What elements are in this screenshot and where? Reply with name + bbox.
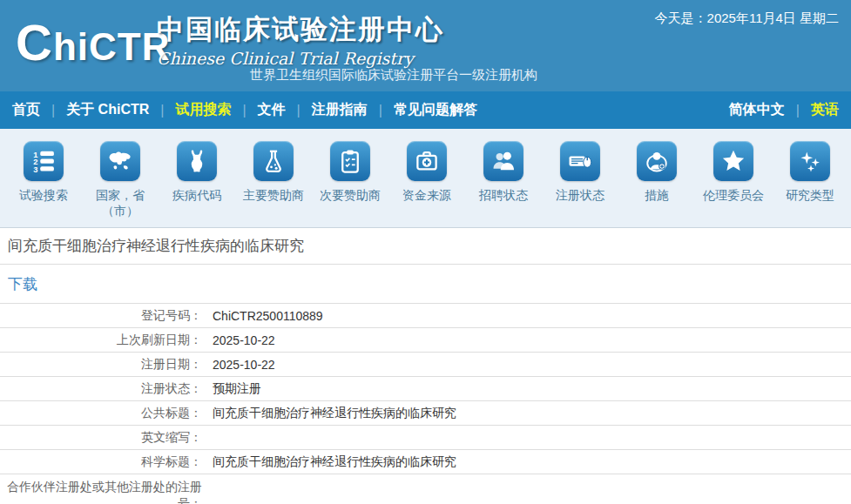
- doctor-icon: [644, 148, 670, 174]
- table-row-registration-date: 注册日期： 2025-10-22: [0, 353, 851, 377]
- people-icon: [490, 148, 517, 174]
- row-value: 间充质干细胞治疗神经退行性疾病的临床研究: [202, 454, 851, 470]
- download-link[interactable]: 下载: [8, 274, 37, 294]
- row-label: 注册日期：: [0, 356, 202, 373]
- tool-label: 试验搜索: [19, 187, 68, 203]
- tool-label: 措施: [645, 187, 669, 203]
- row-label: 合作伙伴注册处或其他注册处的注册号：: [0, 479, 202, 504]
- table-row-partner-registry-number: 合作伙伴注册处或其他注册处的注册号：: [0, 474, 851, 504]
- tool-recruiting-status[interactable]: 招聘状态: [465, 141, 542, 227]
- clipboard-icon: [337, 148, 363, 174]
- row-label: 上次刷新日期：: [0, 332, 202, 348]
- nav-item-trial-search[interactable]: 试用搜索: [175, 101, 231, 119]
- site-header: ChiCTR 中国临床试验注册中心 Chinese Clinical Trial…: [0, 0, 851, 91]
- tool-funding-source[interactable]: 资金来源: [388, 141, 465, 227]
- nav-separator: |: [297, 103, 301, 118]
- svg-text:3: 3: [33, 165, 37, 174]
- nav-item-home[interactable]: 首页: [12, 101, 40, 119]
- tool-label: 伦理委员会: [703, 187, 764, 203]
- row-label: 公共标题：: [0, 405, 202, 421]
- nav-separator: |: [796, 103, 800, 118]
- chictr-logo[interactable]: ChiCTR: [16, 17, 170, 68]
- dna-icon: [184, 148, 210, 174]
- table-row-public-title: 公共标题： 间充质干细胞治疗神经退行性疾病的临床研究: [0, 401, 851, 426]
- tool-disease-code[interactable]: 疾病代码: [159, 141, 235, 227]
- row-label: 英文缩写：: [0, 429, 202, 446]
- world-map-icon: [107, 148, 133, 174]
- tool-country-province[interactable]: 国家，省 （市）: [82, 141, 159, 227]
- tool-label: 招聘状态: [479, 187, 528, 203]
- tool-label: 主要赞助商: [243, 187, 304, 203]
- site-title-en: Chinese Clinical Trial Registry: [157, 49, 444, 68]
- main-nav: 首页 | 关于 ChiCTR | 试用搜索 | 文件 | 注册指南 | 常见问题…: [0, 91, 851, 129]
- row-label: 科学标题：: [0, 454, 202, 470]
- row-value: 2025-10-22: [202, 358, 851, 372]
- row-value: 间充质干细胞治疗神经退行性疾病的临床研究: [202, 406, 851, 421]
- site-title-block: 中国临床试验注册中心 Chinese Clinical Trial Regist…: [157, 11, 444, 68]
- table-row-last-refreshed: 上次刷新日期： 2025-10-22: [0, 328, 851, 353]
- tool-label: 国家，省 （市）: [96, 187, 145, 218]
- flask-icon: [260, 148, 287, 174]
- tool-label: 研究类型: [786, 187, 834, 203]
- sparkles-icon: [797, 148, 823, 174]
- lang-english[interactable]: 英语: [811, 101, 839, 119]
- tool-label: 注册状态: [556, 187, 604, 203]
- tool-trial-search[interactable]: 1 2 3 试验搜索: [5, 141, 82, 227]
- trial-title: 间充质干细胞治疗神经退行性疾病的临床研究: [0, 228, 851, 265]
- trial-detail: 间充质干细胞治疗神经退行性疾病的临床研究 下载 登记号码： ChiCTR2500…: [0, 228, 851, 504]
- tool-label: 次要赞助商: [320, 187, 381, 203]
- nav-item-documents[interactable]: 文件: [258, 101, 286, 119]
- keyboard-mouse-icon: [567, 148, 593, 174]
- row-value: 预期注册: [202, 381, 851, 397]
- tool-secondary-sponsor[interactable]: 次要赞助商: [312, 141, 388, 227]
- table-row-registration-status: 注册状态： 预期注册: [0, 377, 851, 401]
- tool-registration-status[interactable]: 注册状态: [542, 141, 618, 227]
- download-row: 下载: [0, 265, 851, 304]
- numbered-list-icon: 1 2 3: [30, 148, 57, 174]
- table-row-english-acronym: 英文缩写：: [0, 426, 851, 450]
- trial-info-table: 登记号码： ChiCTR2500110889 上次刷新日期： 2025-10-2…: [0, 304, 851, 504]
- row-value: 2025-10-22: [202, 333, 851, 347]
- search-filter-toolbar: 1 2 3 试验搜索 国家，省 （市）: [0, 129, 851, 228]
- today-date: 今天是：2025年11月4日 星期二: [655, 10, 839, 27]
- nav-item-faq[interactable]: 常见问题解答: [394, 101, 477, 119]
- row-label: 登记号码：: [0, 307, 202, 324]
- nav-separator: |: [160, 103, 164, 118]
- row-value: ChiCTR2500110889: [202, 309, 851, 323]
- nav-separator: |: [242, 103, 246, 118]
- nav-separator: |: [51, 103, 55, 118]
- tool-label: 疾病代码: [172, 187, 221, 203]
- tool-study-type[interactable]: 研究类型: [772, 141, 848, 227]
- site-title-zh: 中国临床试验注册中心: [157, 11, 444, 48]
- tool-primary-sponsor[interactable]: 主要赞助商: [235, 141, 312, 227]
- star-icon: [720, 148, 746, 174]
- tool-interventions[interactable]: 措施: [618, 141, 695, 227]
- nav-item-registration-guide[interactable]: 注册指南: [312, 101, 368, 119]
- tool-label: 资金来源: [402, 187, 451, 203]
- row-label: 注册状态：: [0, 380, 202, 397]
- nav-item-about[interactable]: 关于 ChiCTR: [66, 101, 149, 119]
- tool-ethics-committee[interactable]: 伦理委员会: [695, 141, 772, 227]
- table-row-registration-number: 登记号码： ChiCTR2500110889: [0, 304, 851, 328]
- who-platform-subtitle: 世界卫生组织国际临床试验注册平台一级注册机构: [250, 67, 537, 84]
- table-row-scientific-title: 科学标题： 间充质干细胞治疗神经退行性疾病的临床研究: [0, 450, 851, 474]
- lang-simplified-chinese[interactable]: 简体中文: [729, 101, 785, 119]
- medkit-icon: [414, 148, 440, 174]
- nav-separator: |: [379, 103, 382, 118]
